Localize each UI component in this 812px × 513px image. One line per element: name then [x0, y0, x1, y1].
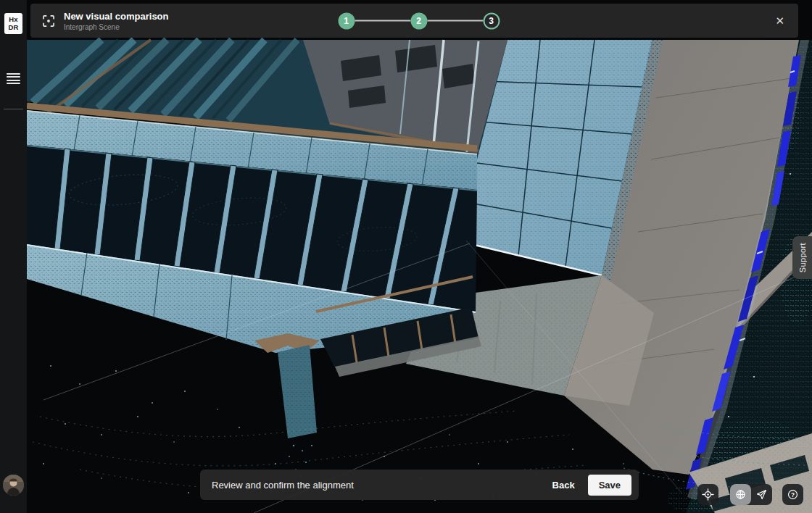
paper-plane-icon [755, 488, 768, 501]
hamburger-menu-icon[interactable] [7, 73, 20, 84]
viewer-controls: ? [697, 484, 803, 505]
support-tab-label: Support [798, 243, 807, 272]
header-titles: New visual comparison Intergraph Scene [64, 11, 169, 31]
stepper-connector [427, 20, 483, 22]
user-avatar[interactable] [3, 475, 24, 496]
help-button[interactable]: ? [782, 484, 803, 505]
step-3[interactable]: 3 [483, 12, 500, 29]
logo-line1: Hx [9, 16, 18, 24]
help-icon: ? [786, 488, 800, 501]
globe-navigation-button[interactable] [730, 484, 751, 505]
step-1[interactable]: 1 [338, 12, 355, 29]
send-navigate-button[interactable] [751, 484, 772, 505]
confirmation-message: Review and confirm the alignment [212, 480, 543, 491]
locate-crosshair-button[interactable] [697, 484, 718, 505]
globe-icon [734, 488, 747, 501]
wizard-stepper: 1 2 3 [338, 12, 500, 29]
navigation-tool-group [730, 484, 772, 505]
crosshair-icon [701, 488, 715, 501]
visual-comparison-icon [41, 14, 56, 28]
3d-viewport[interactable] [0, 0, 812, 513]
page-title: New visual comparison [64, 11, 169, 22]
save-button[interactable]: Save [588, 475, 631, 496]
help-glyph: ? [791, 491, 795, 499]
step-2[interactable]: 2 [410, 12, 427, 29]
sidebar-divider [4, 109, 23, 109]
logo-line2: DR [8, 24, 18, 32]
close-icon[interactable]: ✕ [770, 12, 790, 30]
stepper-connector [355, 20, 410, 22]
support-tab[interactable]: Support [792, 236, 812, 279]
hxdr-logo[interactable]: Hx DR [4, 13, 22, 34]
sidebar [0, 0, 27, 513]
page-subtitle: Intergraph Scene [64, 23, 169, 31]
wizard-header: New visual comparison Intergraph Scene 1… [30, 4, 798, 38]
back-button[interactable]: Back [543, 474, 584, 496]
confirmation-bar: Review and confirm the alignment Back Sa… [200, 470, 639, 500]
